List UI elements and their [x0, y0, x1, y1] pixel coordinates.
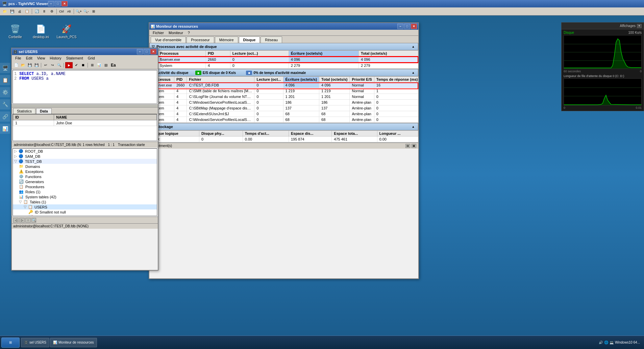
sql-tb-redo-btn[interactable]: ↪ — [49, 62, 55, 68]
tree-item-rootdb[interactable]: ▷ 🔵 ROOT_DB — [13, 149, 157, 154]
vnc-tb-zoom-in-btn[interactable]: 🔍+ — [75, 8, 82, 15]
sql-close-btn[interactable]: ✕ — [150, 49, 156, 54]
process-row-fbserver[interactable]: fbserver.exe 2660 0 4 096 4 096 — [150, 56, 418, 63]
tree-item-exceptions[interactable]: ⚠️ Exceptions — [13, 169, 157, 174]
process-row-system[interactable]: System 4 0 2 279 2 279 — [150, 63, 418, 69]
da-row-3[interactable]: System 4 C:\SLogFile (Journal du volume … — [150, 94, 419, 100]
desktop-icon-desktopini[interactable]: 📄 desktop.ini — [29, 22, 53, 40]
sql-tb-stop-btn[interactable]: ⏹ — [80, 62, 86, 68]
sql-tb-save-btn[interactable]: 💾 — [27, 62, 33, 68]
tree-nav-search[interactable]: 🔍 — [31, 218, 36, 223]
section-collapse-disk[interactable]: ▲ — [411, 70, 416, 75]
resmon-tab-network[interactable]: Réseau — [261, 36, 282, 43]
sql-menu-edit[interactable]: Edit — [24, 56, 34, 60]
resmon-tab-overview[interactable]: Vue d'ensemble — [151, 36, 186, 43]
sql-tb-check-btn[interactable]: ✔ — [73, 62, 79, 68]
section-collapse-process[interactable]: ▲ — [411, 44, 416, 49]
da-row-6[interactable]: System 4 C:\SExtend\SUsnJrnl:$J 0 68 68 … — [150, 111, 419, 117]
da-row-1[interactable]: fbserver.exe 2660 C:\TEST_DB.FDB 0 4 096… — [150, 82, 419, 88]
tree-item-name-col[interactable]: 📝 NAME Varchar(32) not null — [13, 215, 157, 216]
tree-item-tables[interactable]: ▽ 📋 Tables (1) — [13, 199, 157, 204]
vnc-tb-settings-btn[interactable]: ⚙ — [48, 8, 55, 15]
taskbar-item-sql[interactable]: 🗄️ sel USERS — [21, 338, 49, 347]
sql-menu-view[interactable]: View — [35, 56, 47, 60]
vnc-tb-zoom-out-btn[interactable]: 🔍- — [83, 8, 90, 15]
sql-tb-undo-btn[interactable]: ↩ — [43, 62, 49, 68]
sql-editor[interactable]: 1SELECT a.ID, a.NAME 2FROM USERS a — [13, 70, 157, 104]
section-collapse-storage[interactable]: ▲ — [411, 124, 416, 129]
tree-item-systables[interactable]: 📊 System tables (42) — [13, 194, 157, 199]
tree-item-id-col[interactable]: 🔑 ID Smallint not null — [13, 209, 157, 215]
taskbar-item-resmon[interactable]: 📊 Moniteur de ressources — [50, 338, 97, 347]
resmon-menu-fichier[interactable]: Fichier — [151, 30, 166, 35]
vnc-tb-refresh-btn[interactable]: 🔄 — [33, 8, 40, 15]
resmon-tab-memory[interactable]: Mémoire — [215, 36, 238, 43]
resmon-tab-cpu[interactable]: Processeur — [187, 36, 214, 43]
resmon-close-btn[interactable]: ✕ — [411, 24, 417, 29]
sql-menu-file[interactable]: File — [13, 56, 23, 60]
tree-item-generators[interactable]: 🔄 Generators — [13, 179, 157, 184]
da-row-7[interactable]: System 4 C:\Windows\ServiceProfiles\Loca… — [150, 117, 419, 123]
tree-item-users[interactable]: ▽ 📋 USERS — [13, 204, 157, 209]
desktop-icon-corbeille[interactable]: 🗑️ Corbeille — [3, 22, 27, 40]
resmon-minimize-btn[interactable]: − — [397, 24, 403, 29]
sidebar-icon-5[interactable]: 🔗 — [0, 111, 10, 122]
resmon-menu-help[interactable]: ? — [186, 30, 192, 35]
vnc-tb-ctrl-btn[interactable]: Ctrl — [58, 8, 65, 15]
sidebar-icon-1[interactable]: 🖥️ — [0, 63, 10, 73]
tree-item-testdb[interactable]: ▽ 🔵 TEST_DB — [13, 159, 157, 164]
section-header-process[interactable]: ▽ Processus avec activité de disque ▲ — [149, 43, 418, 50]
sql-tab-statistics[interactable]: Statistics — [13, 108, 35, 114]
sql-tb-table-btn[interactable]: 📊 — [96, 62, 102, 68]
vnc-minimize-btn[interactable]: − — [48, 1, 54, 6]
resmon-menu-moniteur[interactable]: Moniteur — [167, 30, 185, 35]
sql-tab-data[interactable]: Data — [36, 108, 52, 114]
vnc-close-btn[interactable]: ✕ — [61, 1, 68, 6]
sql-menu-statement[interactable]: Statement — [64, 56, 85, 60]
storage-row-1[interactable]: C: D: 0 0.00 195 874 475 461 0.00 — [150, 136, 418, 142]
sql-scroll-h[interactable] — [12, 104, 158, 107]
resmon-status-btn2[interactable]: ▦ — [412, 144, 416, 148]
vnc-tb-alt-btn[interactable]: Alt — [66, 8, 72, 15]
resmon-status-btn1[interactable]: ▤ — [405, 144, 410, 148]
sidebar-icon-4[interactable]: 🔧 — [0, 99, 10, 109]
sql-tb-new-btn[interactable]: 📄 — [13, 62, 19, 68]
resmon-restore-btn[interactable]: □ — [404, 24, 410, 29]
da-row-4[interactable]: System 4 C:\Windows\ServiceProfiles\Loca… — [150, 100, 419, 105]
tree-nav-right[interactable]: ▷ — [19, 218, 25, 223]
taskbar-start-btn[interactable]: ⊞ — [1, 338, 20, 348]
section-header-disk[interactable]: ▽ Activité du disque ■ E/S disque de 0 K… — [149, 69, 418, 76]
sql-tb-run-btn[interactable]: ▶ — [65, 62, 73, 68]
tree-item-functions[interactable]: ⚙️ Functions — [13, 174, 157, 179]
tree-item-domains[interactable]: 📁 Domains — [13, 164, 157, 169]
vnc-tb-pause-btn[interactable]: ⏸ — [41, 8, 48, 15]
vnc-tb-clipboard-btn[interactable]: 📋 — [24, 8, 30, 15]
section-header-storage[interactable]: ▽ Stockage ▲ — [149, 123, 418, 130]
vnc-maximize-btn[interactable]: □ — [55, 1, 61, 6]
sidebar-icon-6[interactable]: 📊 — [0, 124, 10, 134]
tree-item-samdb[interactable]: ▷ 🔵 SAM_DB — [13, 154, 157, 159]
sql-minimize-btn[interactable]: − — [137, 49, 143, 54]
sidebar-icon-3[interactable]: ⚙️ — [0, 87, 10, 97]
da-row-2[interactable]: System 4 C:\SMft (table de fichiers maît… — [150, 88, 419, 94]
vnc-tb-fullscreen-btn[interactable]: ⊞ — [90, 8, 97, 15]
sql-tb-save2-btn[interactable]: 💾 — [33, 62, 40, 68]
sidebar-icon-2[interactable]: 📋 — [0, 75, 10, 85]
vnc-tb-file-btn[interactable]: 📁 — [1, 8, 8, 15]
tree-item-procedures[interactable]: 📋 Procedures — [13, 184, 157, 189]
sql-tb-open-btn[interactable]: 📂 — [20, 62, 26, 68]
sql-tb-zoom-btn[interactable]: 🔍 — [56, 62, 62, 68]
da-row-5[interactable]: System 4 C:\SBitMap (Mappage d'espace di… — [150, 105, 419, 111]
tree-item-roles[interactable]: 👥 Roles (1) — [13, 189, 157, 194]
tree-nav-left[interactable]: ◁ — [13, 218, 19, 223]
vnc-tb-print-btn[interactable]: 🖨 — [16, 8, 23, 15]
sql-menu-history[interactable]: History — [48, 56, 63, 60]
sql-tb-layout-btn[interactable]: ▤ — [103, 62, 109, 68]
vnc-tb-save-btn[interactable]: 💾 — [9, 8, 16, 15]
desktop-icon-launchpcs[interactable]: 🚀 Launch_PCS — [55, 22, 78, 40]
tree-nav-up[interactable]: ↑ — [25, 218, 31, 223]
sql-maximize-btn[interactable]: □ — [144, 49, 150, 54]
sql-menu-grid[interactable]: Grid — [86, 56, 97, 60]
resmon-tab-disk[interactable]: Disque — [239, 36, 260, 43]
sql-tb-grid-btn[interactable]: ⊞ — [89, 62, 95, 68]
